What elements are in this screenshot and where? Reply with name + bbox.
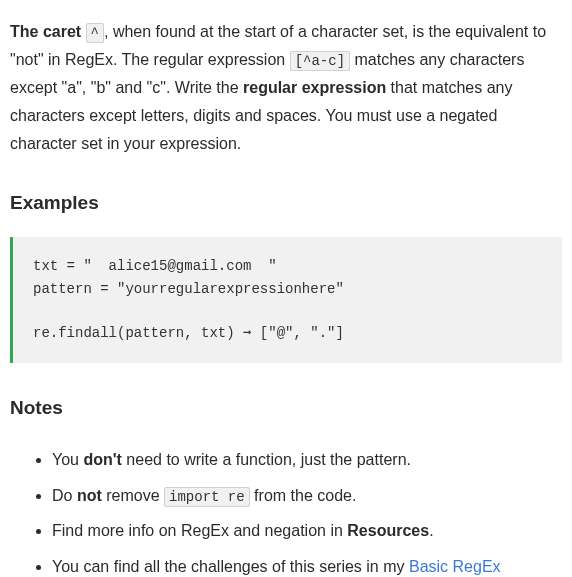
examples-heading: Examples [10, 186, 562, 219]
note-text: need to write a function, just the patte… [122, 451, 411, 468]
caret-code: ^ [86, 23, 104, 43]
note-text: You can find all the challenges of this … [52, 558, 409, 575]
notes-heading: Notes [10, 391, 562, 424]
list-item: Find more info on RegEx and negation in … [52, 513, 562, 549]
note-strong: Resources [347, 522, 429, 539]
note-text: . [429, 522, 433, 539]
list-item: Do not remove import re from the code. [52, 478, 562, 514]
intro-lead-strong: The caret [10, 23, 86, 40]
note-text: You [52, 451, 83, 468]
class-code: [^a-c] [290, 51, 350, 71]
note-text: remove [102, 487, 164, 504]
basic-regex-link[interactable]: Basic RegEx [409, 558, 501, 575]
note-strong: don't [83, 451, 121, 468]
note-text: Do [52, 487, 77, 504]
code-example: txt = " alice15@gmail.com " pattern = "y… [10, 237, 562, 363]
intro-regex-strong: regular expression [243, 79, 386, 96]
list-item: You don't need to write a function, just… [52, 442, 562, 478]
note-text: Find more info on RegEx and negation in [52, 522, 347, 539]
import-re-code: import re [164, 487, 250, 507]
intro-paragraph: The caret ^, when found at the start of … [10, 18, 562, 158]
list-item: You can find all the challenges of this … [52, 549, 562, 577]
notes-list: You don't need to write a function, just… [10, 442, 562, 577]
note-strong: not [77, 487, 102, 504]
note-text: from the code. [250, 487, 357, 504]
